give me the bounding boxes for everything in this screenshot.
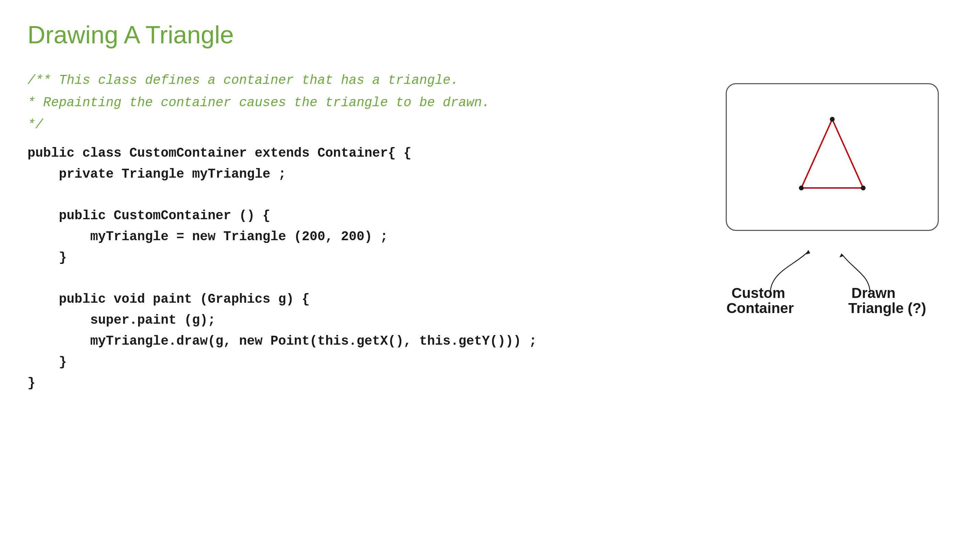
svg-marker-5	[840, 253, 843, 257]
svg-point-3	[861, 186, 865, 191]
code-line8: myTriangle.draw(g, new Point(this.getX()…	[59, 334, 537, 348]
page-title: Drawing A Triangle	[27, 21, 953, 49]
svg-point-2	[799, 186, 804, 191]
label-drawn-triangle-text: Drawn	[851, 285, 896, 301]
comment-line1: /** This class defines a container that …	[27, 73, 458, 87]
code-line7: super.paint (g);	[59, 313, 215, 327]
code-line6: public void paint (Graphics g) {	[43, 292, 310, 307]
comment-line2: * Repainting the container causes the tr…	[27, 95, 490, 110]
arrows-svg: Custom Drawn	[726, 231, 939, 303]
code-line10: }	[27, 376, 35, 390]
svg-point-1	[830, 117, 835, 122]
label-custom-container-text: Custom	[732, 285, 785, 301]
triangle-drawing	[781, 109, 884, 205]
svg-marker-4	[806, 250, 810, 254]
svg-marker-0	[801, 119, 863, 188]
code-line3: public CustomContainer () {	[43, 208, 270, 223]
code-line5: }	[43, 250, 67, 265]
code-line2: private Triangle myTriangle ;	[43, 167, 286, 181]
container-box	[726, 83, 939, 231]
code-body: public class CustomContainer extends Con…	[27, 143, 684, 394]
code-line4: myTriangle = new Triangle (200, 200) ;	[59, 229, 388, 244]
code-section: /** This class defines a container that …	[27, 70, 684, 394]
main-content: /** This class defines a container that …	[27, 70, 953, 394]
label-custom-container: Container	[726, 300, 794, 317]
code-line9: }	[43, 354, 67, 369]
code-line1: public class CustomContainer extends Con…	[27, 146, 411, 160]
comment-block: /** This class defines a container that …	[27, 70, 684, 136]
label-drawn-triangle: Triangle (?)	[836, 300, 939, 317]
diagram-section: Custom Drawn Container Triangle (?)	[712, 83, 953, 317]
comment-line3: */	[27, 117, 43, 132]
